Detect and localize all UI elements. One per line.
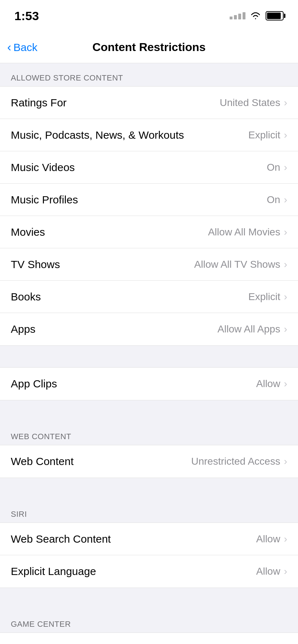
siri-section: SIRI Web Search Content Allow › Explicit… bbox=[0, 500, 298, 588]
section-header-allowed-store: ALLOWED STORE CONTENT bbox=[0, 63, 298, 86]
ratings-for-chevron-icon: › bbox=[284, 97, 287, 109]
tv-shows-row[interactable]: TV Shows Allow All TV Shows › bbox=[0, 248, 298, 281]
music-profiles-chevron-icon: › bbox=[284, 194, 287, 206]
books-label: Books bbox=[11, 291, 41, 303]
section-header-siri: SIRI bbox=[0, 500, 298, 523]
music-videos-value: On bbox=[267, 162, 280, 173]
spacer-3 bbox=[0, 478, 298, 500]
page-title: Content Restrictions bbox=[92, 41, 206, 54]
apps-value: Allow All Apps bbox=[217, 323, 280, 335]
music-profiles-row[interactable]: Music Profiles On › bbox=[0, 184, 298, 216]
music-videos-label: Music Videos bbox=[11, 161, 75, 174]
music-videos-row[interactable]: Music Videos On › bbox=[0, 151, 298, 184]
game-center-group: Multiplayer G... Allow with F... › bbox=[0, 632, 298, 644]
back-chevron-icon: ‹ bbox=[7, 40, 11, 54]
spacer-1 bbox=[0, 346, 298, 367]
ratings-for-value: United States bbox=[220, 97, 280, 109]
back-label: Back bbox=[13, 41, 37, 54]
spacer-2 bbox=[0, 400, 298, 422]
web-content-label: Web Content bbox=[11, 455, 74, 468]
music-podcasts-row[interactable]: Music, Podcasts, News, & Workouts Explic… bbox=[0, 119, 298, 151]
spacer-4 bbox=[0, 588, 298, 610]
music-videos-right: On › bbox=[267, 162, 287, 173]
web-content-section: WEB CONTENT Web Content Unrestricted Acc… bbox=[0, 422, 298, 478]
web-content-group: Web Content Unrestricted Access › bbox=[0, 445, 298, 478]
music-profiles-value: On bbox=[267, 194, 280, 206]
books-right: Explicit › bbox=[248, 291, 287, 303]
movies-label: Movies bbox=[11, 226, 45, 238]
app-clips-group: App Clips Allow › bbox=[0, 367, 298, 400]
tv-shows-chevron-icon: › bbox=[284, 259, 287, 270]
multiplayer-games-row[interactable]: Multiplayer G... Allow with F... › bbox=[0, 633, 298, 644]
signal-icon bbox=[230, 12, 245, 19]
music-profiles-label: Music Profiles bbox=[11, 194, 78, 206]
status-time: 1:53 bbox=[14, 9, 39, 23]
apps-label: Apps bbox=[11, 323, 35, 335]
status-bar: 1:53 bbox=[0, 0, 298, 32]
apps-chevron-icon: › bbox=[284, 323, 287, 335]
section-header-web-content: WEB CONTENT bbox=[0, 422, 298, 445]
apps-right: Allow All Apps › bbox=[217, 323, 287, 335]
music-videos-chevron-icon: › bbox=[284, 162, 287, 173]
web-content-right: Unrestricted Access › bbox=[191, 456, 287, 467]
web-content-value: Unrestricted Access bbox=[191, 456, 280, 467]
allowed-store-group: Ratings For United States › Music, Podca… bbox=[0, 86, 298, 346]
books-chevron-icon: › bbox=[284, 291, 287, 303]
music-profiles-right: On › bbox=[267, 194, 287, 206]
tv-shows-right: Allow All TV Shows › bbox=[194, 259, 287, 270]
allowed-store-content-section: ALLOWED STORE CONTENT Ratings For United… bbox=[0, 63, 298, 346]
web-search-content-row[interactable]: Web Search Content Allow › bbox=[0, 523, 298, 555]
movies-value: Allow All Movies bbox=[208, 226, 280, 238]
music-podcasts-right: Explicit › bbox=[248, 129, 287, 141]
music-podcasts-chevron-icon: › bbox=[284, 129, 287, 141]
tv-shows-label: TV Shows bbox=[11, 258, 60, 271]
nav-bar: ‹ Back Content Restrictions bbox=[0, 32, 298, 63]
wifi-icon bbox=[250, 12, 261, 20]
app-clips-section: App Clips Allow › bbox=[0, 367, 298, 400]
movies-chevron-icon: › bbox=[284, 226, 287, 238]
explicit-language-value: Allow bbox=[256, 566, 280, 577]
back-button[interactable]: ‹ Back bbox=[7, 41, 37, 54]
status-icons bbox=[230, 11, 284, 20]
movies-right: Allow All Movies › bbox=[208, 226, 287, 238]
explicit-language-right: Allow › bbox=[256, 566, 287, 577]
app-clips-label: App Clips bbox=[11, 378, 57, 390]
web-content-chevron-icon: › bbox=[284, 456, 287, 467]
app-clips-value: Allow bbox=[256, 378, 280, 390]
explicit-language-label: Explicit Language bbox=[11, 565, 96, 578]
explicit-language-row[interactable]: Explicit Language Allow › bbox=[0, 555, 298, 588]
battery-icon bbox=[266, 11, 284, 20]
music-podcasts-value: Explicit bbox=[248, 129, 280, 141]
web-search-content-value: Allow bbox=[256, 533, 280, 545]
books-value: Explicit bbox=[248, 291, 280, 303]
app-clips-row[interactable]: App Clips Allow › bbox=[0, 368, 298, 400]
books-row[interactable]: Books Explicit › bbox=[0, 281, 298, 313]
ratings-for-right: United States › bbox=[220, 97, 287, 109]
game-center-section: GAME CENTER Multiplayer G... Allow with … bbox=[0, 610, 298, 644]
movies-row[interactable]: Movies Allow All Movies › bbox=[0, 216, 298, 248]
ratings-for-row[interactable]: Ratings For United States › bbox=[0, 87, 298, 119]
web-content-row[interactable]: Web Content Unrestricted Access › bbox=[0, 445, 298, 478]
app-clips-right: Allow › bbox=[256, 378, 287, 390]
app-clips-chevron-icon: › bbox=[284, 378, 287, 390]
explicit-language-chevron-icon: › bbox=[284, 566, 287, 577]
section-header-game-center: GAME CENTER bbox=[0, 610, 298, 632]
web-search-content-right: Allow › bbox=[256, 533, 287, 545]
web-search-content-chevron-icon: › bbox=[284, 533, 287, 545]
tv-shows-value: Allow All TV Shows bbox=[194, 259, 280, 270]
siri-group: Web Search Content Allow › Explicit Lang… bbox=[0, 523, 298, 588]
apps-row[interactable]: Apps Allow All Apps › bbox=[0, 313, 298, 345]
web-search-content-label: Web Search Content bbox=[11, 533, 111, 545]
music-podcasts-label: Music, Podcasts, News, & Workouts bbox=[11, 129, 184, 141]
ratings-for-label: Ratings For bbox=[11, 97, 67, 109]
